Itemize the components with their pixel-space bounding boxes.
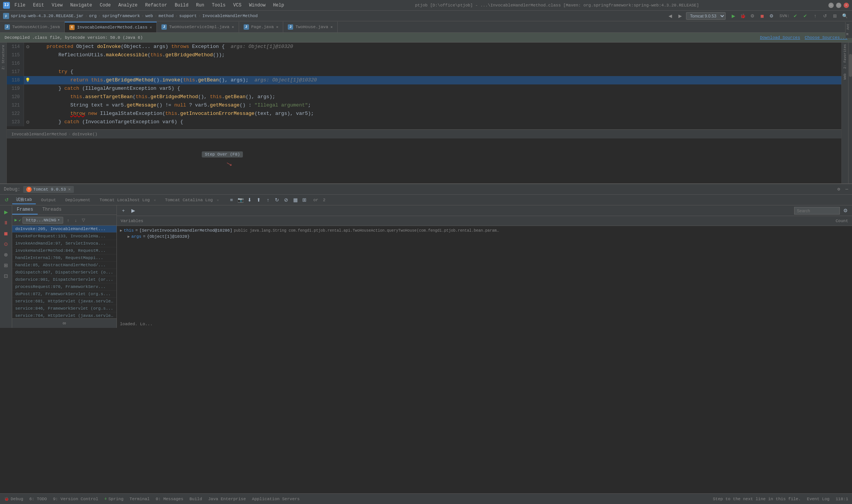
frame-down-btn[interactable]: ↓ <box>72 217 79 224</box>
maximize-button[interactable]: □ <box>836 3 841 8</box>
download-btn[interactable]: ⬇ <box>246 196 254 204</box>
stack-item-6[interactable]: doDispatch:967, DispatcherServlet (o... <box>12 269 116 276</box>
path-springframework[interactable]: springframework <box>102 14 140 18</box>
resume-button[interactable]: ▶ <box>2 208 10 216</box>
path-support[interactable]: support <box>179 14 197 18</box>
stack-item-8[interactable]: processRequest:970, FrameworkServ... <box>12 283 116 291</box>
breadcrumb-method[interactable]: doInvoke() <box>72 132 97 137</box>
build-button[interactable]: ⚙ <box>748 12 757 20</box>
menu-vcs[interactable]: VCS <box>232 2 243 9</box>
tab-twohouseaction[interactable]: J TwoHouseAction.java <box>0 22 65 32</box>
debug-session[interactable]: T Tomcat 9.0.53 ✕ <box>23 186 73 193</box>
frames-btn[interactable]: ≡ <box>227 196 236 204</box>
path-web[interactable]: web <box>145 14 153 18</box>
nav-forward[interactable]: ▶ <box>676 12 684 20</box>
stop-button-debug[interactable]: ◼ <box>2 229 10 237</box>
menu-run[interactable]: Run <box>195 2 206 9</box>
path-jar[interactable]: spring-web-4.3.20.RELEASE.jar <box>11 14 83 18</box>
structure-icon[interactable]: Z: Structure <box>2 45 5 70</box>
expand-icon-this[interactable]: ▶ <box>120 228 122 233</box>
frames-tab-frames[interactable]: Frames <box>12 205 38 215</box>
layout-btn[interactable]: ⊞ <box>831 12 839 20</box>
tab-close-btn[interactable]: ✕ <box>150 25 152 30</box>
debug-run-button[interactable]: 🐞 <box>739 12 747 20</box>
path-class[interactable]: InvocableHandlerMethod <box>203 14 258 18</box>
photo-btn[interactable]: 📷 <box>236 196 245 204</box>
var-expand-btn[interactable]: ▶ <box>129 207 137 215</box>
status-java-enterprise[interactable]: Java Enterprise <box>208 497 246 501</box>
debug-settings-icon[interactable]: ⚙ <box>838 186 840 192</box>
sidebar-web[interactable]: Web <box>843 73 847 79</box>
download-sources-link[interactable]: Download Sources <box>760 35 800 40</box>
status-terminal[interactable]: Terminal <box>129 497 150 501</box>
output-tab-catalina-log[interactable]: Tomcat Catalina Log ✕ <box>161 197 223 204</box>
grid-btn[interactable]: ▦ <box>291 196 300 204</box>
stack-item-5[interactable]: handle:85, AbstractHandlerMethod/... <box>12 262 116 269</box>
status-build[interactable]: Build <box>190 497 202 501</box>
var-settings-btn[interactable]: ⚙ <box>841 207 850 215</box>
status-spring[interactable]: ⚘ Spring <box>104 496 123 501</box>
stack-item-12[interactable]: service:764, HttpServlet (javax.servlet.… <box>12 312 116 318</box>
tab-close-catalina[interactable]: ✕ <box>217 199 219 202</box>
nav-back[interactable]: ◀ <box>666 12 675 20</box>
settings2-btn[interactable]: ⊞ <box>300 196 309 204</box>
tab-twohouse[interactable]: J TwoHouse.java ✕ <box>283 22 338 32</box>
svn-history[interactable]: ↺ <box>821 12 829 20</box>
tab-close-btn4[interactable]: ✕ <box>330 25 333 29</box>
var-search-input[interactable] <box>794 207 840 215</box>
minimize-button[interactable]: — <box>828 3 834 8</box>
mute-breakpoints-btn[interactable]: ⊗ <box>2 250 10 259</box>
export-btn[interactable]: ↑ <box>264 196 272 204</box>
menu-edit[interactable]: Edit <box>32 2 46 9</box>
thread-select[interactable]: http...NNING ▾ <box>22 217 63 224</box>
tab-close-btn3[interactable]: ✕ <box>276 25 278 29</box>
tab-close-localhost[interactable]: ✕ <box>154 199 156 202</box>
output-tab-deployment[interactable]: Deployment <box>61 197 94 204</box>
var-add-btn[interactable]: + <box>119 207 128 215</box>
status-todo[interactable]: 6: TODO <box>29 497 47 501</box>
output-tab-output[interactable]: Output <box>37 197 60 204</box>
sidebar-maven[interactable]: M <box>846 31 852 38</box>
menu-file[interactable]: File <box>13 2 27 9</box>
svn-check[interactable]: ✔ <box>791 12 799 20</box>
upload-btn[interactable]: ⬆ <box>255 196 263 204</box>
restore-btn[interactable]: ⊡ <box>2 272 10 280</box>
clock-btn[interactable]: ↻ <box>273 196 281 204</box>
frames-tab-threads[interactable]: Threads <box>38 205 66 215</box>
debug-session-close[interactable]: ✕ <box>68 187 71 192</box>
menu-build[interactable]: Build <box>173 2 190 9</box>
search-btn[interactable]: 🔍 <box>841 12 849 20</box>
path-method[interactable]: method <box>159 14 174 18</box>
stack-item-9[interactable]: doPost:872, FrameworkServlet (org.s... <box>12 291 116 298</box>
menu-help[interactable]: Help <box>271 2 286 9</box>
close-button[interactable]: ✕ <box>844 3 849 8</box>
menu-view[interactable]: View <box>50 2 64 9</box>
choose-sources-link[interactable]: Choose Sources... <box>805 35 847 40</box>
view-breakpoints-btn[interactable]: ⊙ <box>2 240 10 248</box>
frame-filter-btn[interactable]: ▽ <box>80 217 87 224</box>
menu-tools[interactable]: Tools <box>211 2 227 9</box>
tomcat-selector[interactable]: Tomcat 9.0.53 <box>686 12 726 20</box>
filter-btn[interactable]: ⊘ <box>282 196 290 204</box>
status-debug[interactable]: 🐞 Debug <box>4 496 23 502</box>
editor-scrollbar[interactable] <box>848 43 852 183</box>
status-app-servers[interactable]: Application Servers <box>252 497 300 501</box>
path-org[interactable]: org <box>89 14 97 18</box>
bulb-icon[interactable]: 💡 <box>25 76 30 84</box>
stack-item-11[interactable]: service:846, FrameworkServlet (org.s... <box>12 305 116 312</box>
svn-commit[interactable]: ↑ <box>811 12 819 20</box>
scrollbar-thumb[interactable] <box>849 54 852 77</box>
stack-item-1[interactable]: invokeForRequest:133, InvocableHa... <box>12 233 116 240</box>
stack-item-2[interactable]: invokeAndHandle:97, ServletInvoca... <box>12 240 116 247</box>
output-tab-trial[interactable]: 试验tab <box>12 196 36 204</box>
settings-button[interactable]: ⚙ <box>767 12 776 20</box>
status-messages[interactable]: 0: Messages <box>156 497 183 501</box>
frame-up-btn[interactable]: ↑ <box>65 217 72 224</box>
menu-analyze[interactable]: Analyze <box>117 2 139 9</box>
svn-update[interactable]: ✔ <box>801 12 809 20</box>
stop-button[interactable]: ◼ <box>758 12 766 20</box>
stack-item-4[interactable]: handleInternal:760, RequestMappi... <box>12 254 116 262</box>
menu-window[interactable]: Window <box>247 2 267 9</box>
pause-button[interactable]: ⏸ <box>2 218 10 227</box>
stack-item-3[interactable]: invokeHandlerMethod:849, RequestM... <box>12 247 116 254</box>
